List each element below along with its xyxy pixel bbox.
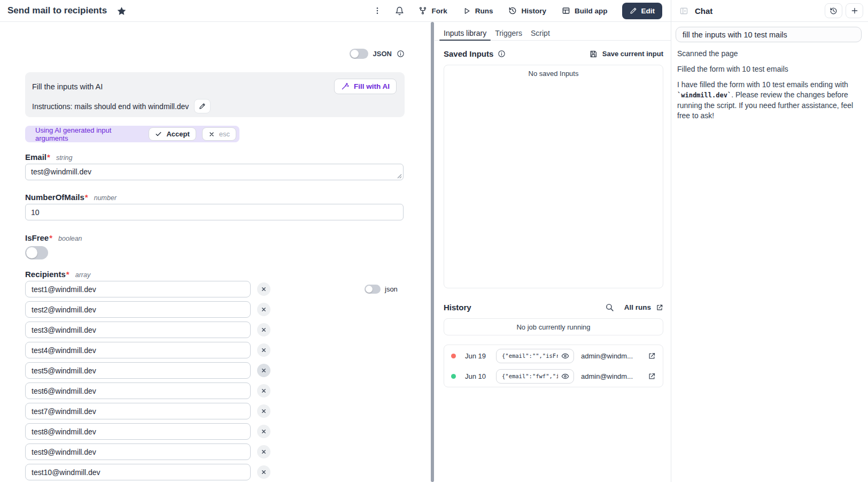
saved-inputs-title: Saved Inputs (444, 49, 493, 58)
esc-button-label: esc (219, 130, 230, 138)
close-icon (261, 449, 267, 455)
run-args-pill[interactable]: {"email":"","isFr... (496, 349, 574, 363)
recipient-input[interactable] (25, 281, 251, 297)
info-icon[interactable] (397, 50, 405, 58)
recipient-input[interactable] (25, 382, 251, 399)
close-icon (208, 131, 215, 137)
favorite-star-button[interactable] (117, 6, 127, 16)
recipient-input[interactable] (25, 443, 251, 460)
remove-recipient-button[interactable] (257, 323, 270, 336)
pencil-icon (199, 103, 206, 110)
recipient-row (25, 322, 405, 338)
recipient-input[interactable] (25, 403, 251, 419)
email-input[interactable]: test@windmill.dev (25, 164, 404, 180)
search-icon (605, 303, 614, 312)
tab[interactable]: Script (526, 25, 554, 40)
json-toggle-label: JSON (373, 50, 392, 58)
chat-header: Chat (671, 0, 868, 22)
build-app-button[interactable]: Build app (557, 3, 612, 18)
topbar: Send mail to recipients Fork Runs Histor… (0, 0, 671, 22)
all-runs-label: All runs (624, 303, 651, 311)
field-email-label-row: Email string (25, 152, 405, 162)
panel-resizer[interactable] (431, 22, 434, 482)
search-runs-button[interactable] (605, 303, 614, 312)
json-view-toggle[interactable] (350, 49, 368, 59)
no-job-running-box: No job currently running (444, 318, 663, 335)
field-isfree-type: boolean (58, 235, 82, 242)
recipient-input[interactable] (25, 322, 251, 338)
recipient-row (25, 403, 405, 419)
info-icon[interactable] (498, 50, 506, 58)
new-chat-button[interactable] (846, 3, 863, 18)
isfree-toggle[interactable] (25, 246, 48, 259)
close-icon (261, 286, 267, 292)
notifications-button[interactable] (392, 4, 407, 18)
workspace-region: Send mail to recipients Fork Runs Histor… (0, 0, 671, 482)
field-numberofmails-label: NumberOfMails (25, 193, 88, 202)
run-row[interactable]: Jun 19 {"email":"","isFr... admin@windm.… (444, 346, 663, 366)
runs-button[interactable]: Runs (459, 4, 498, 18)
esc-button[interactable]: esc (202, 127, 236, 141)
run-row[interactable]: Jun 10 {"email":"fwf","i... admin@windm.… (444, 366, 663, 386)
close-icon (261, 408, 267, 414)
chat-message: Filled the form with 10 test emails (676, 65, 862, 73)
remove-recipient-button[interactable] (257, 404, 270, 418)
open-run-button[interactable] (648, 372, 656, 380)
recipient-input[interactable] (25, 464, 251, 480)
recipient-row (25, 382, 405, 399)
more-options-button[interactable] (370, 4, 385, 17)
no-job-running-text: No job currently running (516, 323, 590, 331)
save-current-input-button[interactable]: Save current input (589, 50, 663, 58)
eye-icon[interactable] (561, 352, 569, 360)
close-icon (261, 307, 267, 312)
recipients-json-toggle[interactable] (365, 285, 381, 294)
field-numberofmails-type: number (94, 194, 117, 202)
recipient-input[interactable] (25, 342, 251, 358)
history-button[interactable]: History (504, 3, 551, 18)
tab[interactable]: Inputs library (439, 25, 491, 40)
chat-history-button[interactable] (825, 3, 842, 18)
resize-grip-icon[interactable] (397, 174, 402, 179)
saved-inputs-header: Saved Inputs Save current input (444, 49, 663, 58)
ai-fill-title: Fill the inputs with AI (32, 82, 103, 91)
ai-fill-panel: Fill the inputs with AI Fill with AI Ins… (25, 72, 405, 117)
run-args-pill[interactable]: {"email":"fwf","i... (496, 369, 574, 384)
remove-recipient-button[interactable] (257, 445, 270, 458)
recipient-row (25, 342, 405, 358)
edit-button[interactable]: Edit (622, 3, 663, 19)
fill-with-ai-button[interactable]: Fill with AI (334, 79, 397, 94)
all-runs-link[interactable]: All runs (624, 303, 663, 311)
remove-recipient-button[interactable] (257, 303, 270, 316)
external-link-icon (648, 372, 656, 380)
remove-recipient-button[interactable] (257, 465, 270, 479)
edit-instructions-button[interactable] (194, 99, 211, 113)
close-icon (261, 469, 267, 475)
field-isfree-label: IsFree (25, 233, 52, 242)
tab[interactable]: Triggers (491, 25, 526, 40)
plus-icon (850, 6, 859, 15)
numberofmails-input[interactable] (25, 204, 404, 220)
recipient-input[interactable] (25, 301, 251, 318)
star-icon (117, 6, 127, 16)
fork-button-label: Fork (431, 7, 447, 15)
eye-icon[interactable] (561, 372, 569, 380)
recipient-input[interactable] (25, 362, 251, 379)
fork-icon (418, 6, 427, 15)
panel-tabs: Inputs libraryTriggersScript (435, 25, 671, 41)
remove-recipient-button[interactable] (257, 425, 270, 438)
remove-recipient-button[interactable] (257, 364, 270, 377)
accept-button[interactable]: Accept (149, 127, 196, 141)
ai-instructions-text: Instructions: mails should end with wind… (32, 102, 189, 111)
fork-button[interactable]: Fork (414, 3, 451, 18)
remove-recipient-button[interactable] (257, 384, 270, 397)
remove-recipient-button[interactable] (257, 343, 270, 357)
run-args-preview: {"email":"fwf","i... (502, 373, 558, 379)
save-current-input-label: Save current input (602, 50, 663, 58)
open-run-button[interactable] (648, 352, 656, 360)
recipient-input[interactable] (25, 423, 251, 440)
recipients-list: json (25, 281, 405, 480)
recipient-row (25, 464, 405, 480)
close-icon (261, 347, 267, 353)
remove-recipient-button[interactable] (257, 282, 270, 296)
panel-right-icon[interactable] (679, 6, 688, 16)
